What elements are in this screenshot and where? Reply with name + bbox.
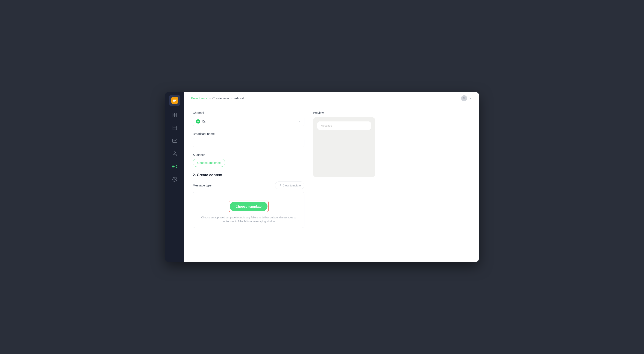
channel-label: Channel [193,111,304,115]
svg-point-8 [174,152,176,153]
preview-phone: Message [313,117,375,177]
select-chevron-icon [298,120,301,123]
whatsapp-icon: W [196,119,200,124]
breadcrumb: Broadcasts > Create new broadcast [191,96,244,100]
svg-point-10 [174,179,176,180]
preview-message-bubble: Message [317,121,371,130]
choose-template-button[interactable]: Choose template [230,202,268,211]
breadcrumb-separator: > [209,96,210,100]
sidebar-item-inbox[interactable] [169,135,180,146]
preview-section: Preview Message [313,111,470,255]
channel-value: Cs [202,120,206,123]
app-logo [169,95,180,106]
form-section: Channel W Cs Broadcast name [193,111,304,255]
channel-field-group: Channel W Cs [193,111,304,126]
template-area: Choose template Choose an approved templ… [193,192,304,228]
template-hint: Choose an approved template to avoid any… [197,216,300,223]
svg-point-11 [464,97,464,98]
sidebar-item-settings[interactable] [169,174,180,185]
user-avatar[interactable] [461,95,467,101]
breadcrumb-broadcasts-link[interactable]: Broadcasts [191,96,207,100]
broadcast-name-field-group: Broadcast name [193,132,304,147]
sidebar [165,92,184,262]
audience-label: Audience [193,153,304,157]
channel-select[interactable]: W Cs [193,117,304,126]
chevron-down-icon[interactable] [469,97,472,100]
page-body: Channel W Cs Broadcast name [184,104,479,262]
sidebar-item-home[interactable] [169,109,180,121]
preview-label: Preview [313,111,470,115]
message-type-header: Message type ↺ Clear template [193,182,304,189]
main-content: Broadcasts > Create new broadcast [184,92,479,262]
sidebar-item-contacts[interactable] [169,148,180,159]
svg-rect-5 [173,126,177,130]
section-title: 2. Create content [193,173,304,177]
svg-rect-4 [175,115,177,117]
refresh-icon: ↺ [279,184,281,187]
topbar: Broadcasts > Create new broadcast [184,92,479,104]
clear-template-label: Clear template [282,184,301,187]
breadcrumb-current: Create new broadcast [212,96,244,100]
audience-field-group: Audience Choose audience [193,153,304,167]
sidebar-item-broadcasts[interactable] [169,161,180,172]
svg-rect-3 [173,115,174,117]
clear-template-button[interactable]: ↺ Clear template [275,182,304,189]
svg-rect-1 [173,113,174,115]
topbar-right [461,95,472,101]
svg-point-9 [174,166,175,167]
preview-message-placeholder: Message [321,124,332,127]
svg-rect-2 [175,113,177,115]
channel-select-inner: W Cs [196,119,206,124]
broadcast-name-label: Broadcast name [193,132,304,136]
broadcast-name-input[interactable] [193,138,304,147]
choose-template-btn-wrapper: Choose template [228,201,269,212]
sidebar-item-dashboard[interactable] [169,122,180,133]
choose-audience-button[interactable]: Choose audience [193,159,225,167]
message-type-label: Message type [193,184,212,187]
app-frame: Broadcasts > Create new broadcast [165,92,479,262]
